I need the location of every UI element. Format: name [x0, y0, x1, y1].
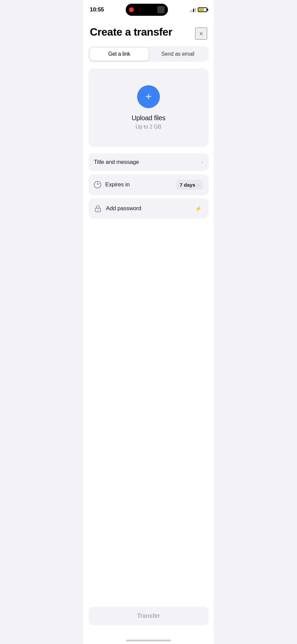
add-password-row[interactable]: Add password ⚡	[88, 198, 209, 219]
tab-get-link[interactable]: Get a link	[90, 48, 148, 60]
status-time: 10:55	[90, 6, 104, 13]
expires-value-badge: 7 days ›	[176, 180, 203, 190]
tab-selector: Get a link Send as email	[88, 46, 209, 62]
tab-send-email[interactable]: Send as email	[148, 48, 207, 60]
battery-fill	[199, 8, 204, 11]
close-icon: ×	[199, 30, 203, 38]
close-button[interactable]: ×	[195, 28, 207, 40]
lock-icon	[94, 204, 102, 213]
status-bar: 10:55	[83, 0, 214, 18]
clock-icon	[94, 181, 101, 188]
expires-in-content: Expires in 7 days ›	[94, 180, 203, 190]
upload-plus-button[interactable]: +	[137, 85, 160, 108]
battery-indicator	[198, 7, 207, 12]
dynamic-island	[126, 4, 168, 16]
add-password-left: Add password	[94, 204, 141, 213]
signal-bar-1	[190, 11, 191, 12]
home-indicator	[126, 640, 171, 641]
signal-bars	[190, 7, 196, 12]
svg-point-1	[98, 210, 99, 211]
page-title: Create a transfer	[90, 26, 172, 38]
status-center	[126, 4, 168, 16]
expires-in-label: Expires in	[105, 181, 130, 188]
chevron-right-icon: ›	[201, 159, 203, 165]
expires-value-text: 7 days	[180, 182, 195, 188]
signal-bar-3	[193, 9, 194, 12]
record-indicator	[128, 7, 134, 13]
upload-subtitle: Up to 2 GB	[135, 124, 161, 130]
add-password-label: Add password	[106, 205, 141, 212]
signal-bar-2	[191, 10, 192, 12]
signal-bar-4	[195, 8, 196, 12]
expires-in-row[interactable]: Expires in 7 days ›	[88, 174, 209, 195]
expires-in-left: Expires in	[94, 181, 130, 188]
title-message-label: Title and message	[94, 159, 139, 166]
lightning-icon: ⚡	[195, 205, 202, 212]
status-right	[190, 7, 207, 12]
main-content: Create a transfer × Get a link Send as e…	[83, 18, 214, 644]
transfer-button[interactable]: Transfer	[88, 607, 209, 625]
lightning-badge: ⚡	[194, 204, 203, 213]
settings-section: Title and message › Expires in 7 days ›	[88, 153, 209, 219]
transfer-button-container: Transfer	[83, 600, 214, 631]
square-indicator	[157, 6, 165, 13]
title-message-row[interactable]: Title and message ›	[88, 153, 209, 171]
title-message-content: Title and message ›	[94, 159, 203, 166]
plus-icon: +	[145, 91, 152, 102]
upload-title: Upload files	[132, 114, 166, 122]
upload-area: + Upload files Up to 2 GB	[88, 68, 209, 147]
header: Create a transfer ×	[83, 18, 214, 46]
expires-chevron-icon: ›	[197, 182, 199, 188]
add-password-content: Add password ⚡	[94, 204, 203, 213]
